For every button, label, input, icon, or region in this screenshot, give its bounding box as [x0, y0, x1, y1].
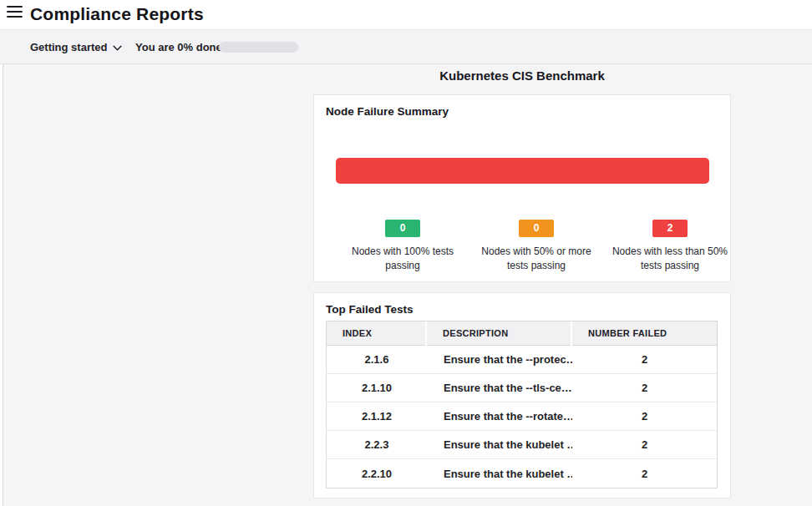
cell-index: 2.1.10: [327, 374, 427, 402]
cell-description: Ensure that the kubelet …: [427, 431, 572, 458]
node-failure-summary-title: Node Failure Summary: [326, 105, 449, 118]
report-title: Kubernetes CIS Benchmark: [313, 68, 731, 83]
page-title: Compliance Reports: [30, 0, 204, 29]
cell-number-failed: 2: [572, 459, 717, 488]
table-row: 2.1.10 Ensure that the --tls-ce… 2: [327, 374, 717, 402]
stat-passing-less-50: 2 Nodes with less than 50% tests passing: [603, 220, 737, 273]
report-content: Kubernetes CIS Benchmark Node Failure Su…: [0, 64, 812, 506]
table-row: 2.2.10 Ensure that the kubelet … 2: [327, 459, 717, 488]
stat-badge-red: 2: [652, 220, 688, 237]
node-failure-summary-card: Node Failure Summary 0 Nodes with 100% t…: [313, 94, 731, 282]
stat-passing-50-or-more: 0 Nodes with 50% or more tests passing: [469, 220, 603, 273]
cell-description: Ensure that the kubelet …: [427, 459, 572, 488]
cell-index: 2.2.3: [327, 431, 427, 458]
progress-text: You are 0% done: [135, 30, 222, 63]
stat-badge-orange: 0: [519, 220, 554, 237]
column-header-description: DESCRIPTION: [427, 321, 571, 346]
table-row: 2.1.12 Ensure that the --rotate… 2: [327, 402, 717, 431]
top-failed-tests-card: Top Failed Tests INDEX DESCRIPTION NUMBE…: [313, 292, 731, 498]
menu-icon[interactable]: [7, 6, 23, 18]
top-failed-tests-title: Top Failed Tests: [326, 303, 414, 316]
cell-number-failed: 2: [572, 431, 717, 458]
chevron-down-icon: [113, 45, 122, 51]
stat-badge-green: 0: [385, 220, 420, 237]
compliance-reports-screen: Compliance Reports Getting started You a…: [0, 0, 812, 506]
getting-started-label: Getting started: [30, 41, 107, 53]
cell-number-failed: 2: [572, 374, 717, 402]
table-row: 2.2.3 Ensure that the kubelet … 2: [327, 431, 717, 459]
cell-number-failed: 2: [572, 402, 717, 430]
node-failure-stats: 0 Nodes with 100% tests passing 0 Nodes …: [336, 220, 709, 273]
cell-index: 2.1.6: [327, 346, 427, 373]
cell-index: 2.2.10: [327, 459, 427, 488]
stat-label: Nodes with 100% tests passing: [336, 245, 469, 273]
cell-description: Ensure that the --protec…: [427, 346, 572, 373]
top-header: Compliance Reports: [0, 0, 812, 29]
node-failure-bar: [336, 158, 709, 184]
progress-bar: [219, 42, 298, 53]
stat-label: Nodes with less than 50% tests passing: [603, 245, 737, 273]
cell-index: 2.1.12: [327, 402, 427, 430]
stat-label: Nodes with 50% or more tests passing: [469, 245, 603, 273]
top-failed-tests-table: INDEX DESCRIPTION NUMBER FAILED 2.1.6 En…: [326, 321, 718, 488]
column-header-number-failed: NUMBER FAILED: [572, 321, 717, 346]
cell-description: Ensure that the --rotate…: [427, 402, 572, 430]
getting-started-banner: Getting started You are 0% done: [0, 29, 812, 64]
cell-number-failed: 2: [572, 346, 717, 373]
table-header-row: INDEX DESCRIPTION NUMBER FAILED: [327, 321, 717, 346]
left-panel-edge: [0, 64, 3, 506]
stat-passing-100: 0 Nodes with 100% tests passing: [336, 220, 469, 273]
table-row: 2.1.6 Ensure that the --protec… 2: [327, 346, 717, 374]
cell-description: Ensure that the --tls-ce…: [427, 374, 572, 402]
getting-started-dropdown[interactable]: Getting started: [30, 30, 122, 63]
column-header-index: INDEX: [327, 321, 425, 346]
